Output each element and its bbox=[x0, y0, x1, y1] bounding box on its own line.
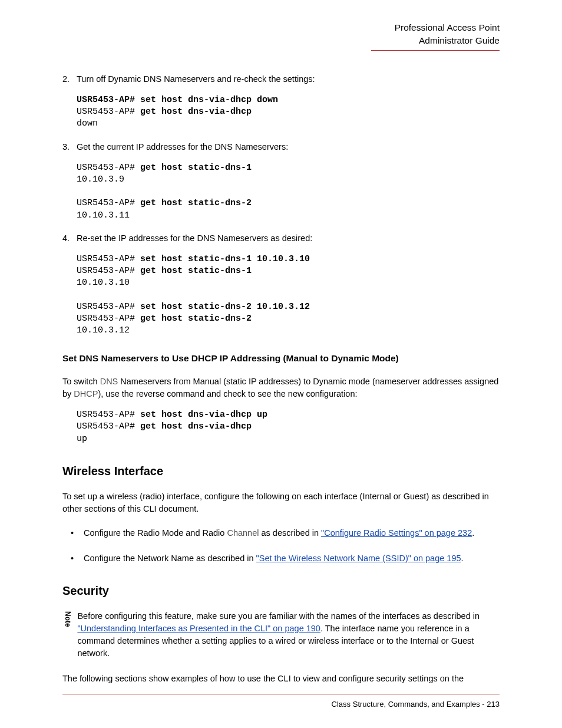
code-block-step-2: USR5453-AP# set host dns-via-dhcp down U… bbox=[77, 94, 500, 130]
wireless-paragraph: To set up a wireless (radio) interface, … bbox=[62, 490, 500, 515]
header-rule bbox=[371, 50, 500, 51]
heading-wireless-interface: Wireless Interface bbox=[62, 463, 500, 480]
step-number: 2. bbox=[62, 73, 77, 85]
step-4: 4. Re-set the IP addresses for the DNS N… bbox=[62, 232, 500, 245]
list-item: Configure the Network Name as described … bbox=[65, 552, 500, 565]
section-paragraph: To switch DNS Nameservers from Manual (s… bbox=[62, 375, 500, 400]
link-set-ssid[interactable]: "Set the Wireless Network Name (SSID)" o… bbox=[256, 554, 461, 563]
list-item: Configure the Radio Mode and Radio Chann… bbox=[65, 527, 500, 539]
note-content: Before configuring this feature, make su… bbox=[77, 610, 500, 660]
glossary-dhcp: DHCP bbox=[74, 389, 98, 398]
step-number: 3. bbox=[62, 141, 77, 153]
step-3: 3. Get the current IP addresses for the … bbox=[62, 141, 500, 153]
glossary-channel: Channel bbox=[227, 528, 259, 538]
step-text: Re-set the IP addresses for the DNS Name… bbox=[77, 232, 500, 245]
step-2: 2. Turn off Dynamic DNS Nameservers and … bbox=[62, 73, 500, 85]
step-text: Get the current IP addresses for the DNS… bbox=[77, 141, 500, 153]
page-header: Professional Access Point Administrator … bbox=[62, 21, 500, 51]
code-block-dhcp-up: USR5453-AP# set host dns-via-dhcp up USR… bbox=[77, 409, 500, 445]
link-understanding-interfaces[interactable]: "Understanding Interfaces as Presented i… bbox=[77, 624, 320, 633]
note-block: Note Before configuring this feature, ma… bbox=[62, 610, 500, 660]
glossary-dns: DNS bbox=[100, 377, 118, 386]
step-text: Turn off Dynamic DNS Nameservers and re-… bbox=[77, 73, 500, 85]
code-block-step-3: USR5453-AP# get host static-dns-1 10.10.… bbox=[77, 162, 500, 222]
link-configure-radio-settings[interactable]: "Configure Radio Settings" on page 232 bbox=[321, 528, 472, 538]
header-title-2: Administrator Guide bbox=[62, 34, 500, 47]
page-footer: Class Structure, Commands, and Examples … bbox=[62, 694, 500, 710]
footer-text: Class Structure, Commands, and Examples … bbox=[62, 699, 500, 710]
header-title-1: Professional Access Point bbox=[62, 21, 500, 34]
heading-security: Security bbox=[62, 582, 500, 599]
note-label: Note bbox=[62, 610, 72, 660]
section-heading-dns-dhcp: Set DNS Nameservers to Use DHCP IP Addre… bbox=[62, 352, 500, 365]
wireless-bullet-list: Configure the Radio Mode and Radio Chann… bbox=[62, 527, 500, 565]
security-paragraph: The following sections show examples of … bbox=[62, 673, 500, 685]
step-number: 4. bbox=[62, 232, 77, 245]
footer-rule bbox=[62, 694, 500, 694]
code-block-step-4: USR5453-AP# set host static-dns-1 10.10.… bbox=[77, 253, 500, 337]
